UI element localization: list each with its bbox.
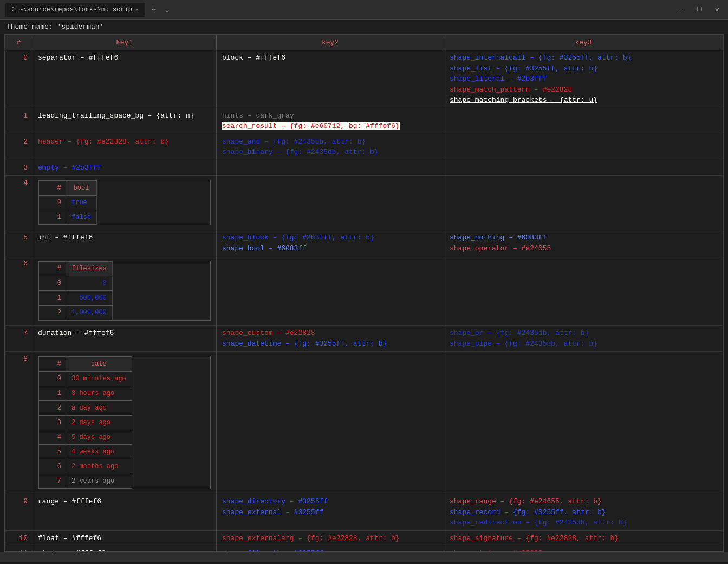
cell-line: shape_nothing – #6083ff [450,232,717,243]
cell-line: shape_literal – #2b3fff [450,74,717,85]
cell-line: shape_range – {fg: #e24655, attr: b} [450,496,717,507]
cell-line: shape_and – {fg: #2435db, attr: b} [222,137,438,147]
row-k3: shape_internalcall – {fg: #3255ff, attr:… [444,50,723,108]
row-index: 9 [5,494,32,531]
row-index: 4 [5,176,32,230]
row-k1: # bool 0 true 1 false [32,176,217,230]
table-row: 5 int – #fffef6 shape_block – {fg: #2b3f… [5,230,723,256]
tab-list-button[interactable]: ⌄ [162,4,171,15]
table-row: 9 range – #fffef6 shape_directory – #325… [5,494,723,531]
row-k1: # filesizes 0 0 1 500,000 [32,256,217,326]
row-k3 [444,108,723,134]
row-k2: shape_custom – #e22828 shape_datetime – … [217,326,444,352]
col-header-key1: key1 [32,35,217,50]
data-table: # key1 key2 key3 0 separator – #fffef6 b… [5,35,723,552]
cell-text: separator – #fffef6 [38,54,118,62]
row-k3: shape_range – {fg: #e24655, attr: b} sha… [444,494,723,531]
row-k1: string – #fffef6 [32,546,217,552]
cell-line: shape_directory – #3255ff [222,496,438,507]
table-row: 10 float – #fffef6 shape_externalarg – {… [5,530,723,546]
row-index: 0 [5,50,32,108]
table-row: 1 leading_trailing_space_bg – {attr: n} … [5,108,723,134]
row-index: 10 [5,530,32,546]
table-row: 7 duration – #fffef6 shape_custom – #e22… [5,326,723,352]
main-content: # key1 key2 key3 0 separator – #fffef6 b… [4,34,724,552]
bool-table: # bool 0 true 1 false [38,180,211,225]
maximize-button[interactable]: □ [694,4,705,15]
minimize-button[interactable]: ─ [677,4,687,15]
cell-line: shape_operator – #e24655 [450,243,717,254]
table-row: 2 header – {fg: #e22828, attr: b} shape_… [5,134,723,160]
row-k2: shape_directory – #3255ff shape_external… [217,494,444,531]
cell-line: shape_binary – {fg: #2435db, attr: b} [222,147,438,158]
cell-line: shape_pipe – {fg: #2435db, attr: b} [450,339,717,349]
theme-line: Theme name: 'spiderman' [0,20,728,34]
new-tab-button[interactable]: + [150,4,158,15]
cell-line: shape_externalarg – {fg: #e22828, attr: … [222,533,438,544]
row-k2: shape_block – {fg: #2b3fff, attr: b} sha… [217,230,444,256]
cell-line: shape_external – #3255ff [222,507,438,518]
col-header-key2: key2 [217,35,444,50]
row-k3 [444,352,723,494]
row-k3 [444,176,723,230]
row-k3: shape_nothing – #6083ff shape_operator –… [444,230,723,256]
row-k2 [217,176,444,230]
cell-line: shape_match_pattern – #e22828 [450,85,717,95]
row-k2: shape_filepath – #3255ff shape_flag – {f… [217,546,444,552]
row-k2 [217,352,444,494]
cell-line: shape_bool – #6083ff [222,243,438,254]
row-index: 6 [5,256,32,326]
cell-line: shape_internalcall – {fg: #3255ff, attr:… [450,53,717,63]
row-k3 [444,160,723,176]
tab-close-button[interactable]: ✕ [135,7,139,13]
row-k3: shape_string – #e22828 shape_string_inte… [444,546,723,552]
row-k3: shape_or – {fg: #2435db, attr: b} shape_… [444,326,723,352]
filesizes-table: # filesizes 0 0 1 500,000 [38,261,211,321]
cell-line: shape_list – {fg: #3255ff, attr: b} [450,63,717,74]
row-index: 3 [5,160,32,176]
cell-line: shape_custom – #e22828 [222,328,438,339]
cell-line: hints – dark_gray [222,111,438,121]
window-controls: ─ □ ✕ [677,4,723,15]
tab-main[interactable]: Σ ~\source\repos\forks\nu_scrip ✕ [5,3,145,17]
row-k1: duration – #fffef6 [32,326,217,352]
cell-line: shape_or – {fg: #2435db, attr: b} [450,328,717,339]
row-k3 [444,134,723,160]
table-row: 4 # bool 0 true [5,176,723,230]
table-row: 0 separator – #fffef6 block – #fffef6 sh… [5,50,723,108]
row-k1: # date 0 30 minutes ago 1 3 hours ago [32,352,217,494]
row-k2: block – #fffef6 [217,50,444,108]
row-k3 [444,256,723,326]
cell-text: block – #fffef6 [222,54,285,62]
titlebar: Σ ~\source\repos\forks\nu_scrip ✕ + ⌄ ─ … [0,0,728,20]
tab-label: ~\source\repos\forks\nu_scrip [19,6,132,14]
date-table: # date 0 30 minutes ago 1 3 hours ago [38,356,211,489]
table-row: 3 empty – #2b3fff [5,160,723,176]
row-k3: shape_signature – {fg: #e22828, attr: b} [444,530,723,546]
row-k2 [217,160,444,176]
row-index: 1 [5,108,32,134]
cell-line: shape_matching_brackets – {attr: u} [450,95,717,106]
row-k2: shape_and – {fg: #2435db, attr: b} shape… [217,134,444,160]
row-index: 8 [5,352,32,494]
row-k2: hints – dark_gray search_result – {fg: #… [217,108,444,134]
row-k2: shape_externalarg – {fg: #e22828, attr: … [217,530,444,546]
row-index: 11 [5,546,32,552]
row-index: 2 [5,134,32,160]
row-k1: range – #fffef6 [32,494,217,531]
row-k1: empty – #2b3fff [32,160,217,176]
cell-line: shape_block – {fg: #2b3fff, attr: b} [222,232,438,243]
row-k2 [217,256,444,326]
col-header-index: # [5,35,32,50]
row-k1: leading_trailing_space_bg – {attr: n} [32,108,217,134]
close-button[interactable]: ✕ [712,4,723,15]
cell-line: shape_record – {fg: #3255ff, attr: b} [450,507,717,518]
cell-line: search_result – {fg: #e60712, bg: #fffef… [222,121,438,132]
row-k1: header – {fg: #e22828, attr: b} [32,134,217,160]
row-index: 7 [5,326,32,352]
table-row: 6 # filesizes 0 0 [5,256,723,326]
cell-line: shape_signature – {fg: #e22828, attr: b} [450,533,717,544]
row-k1: float – #fffef6 [32,530,217,546]
cell-line: shape_datetime – {fg: #3255ff, attr: b} [222,339,438,349]
table-row: 11 string – #fffef6 shape_filepath – #32… [5,546,723,552]
